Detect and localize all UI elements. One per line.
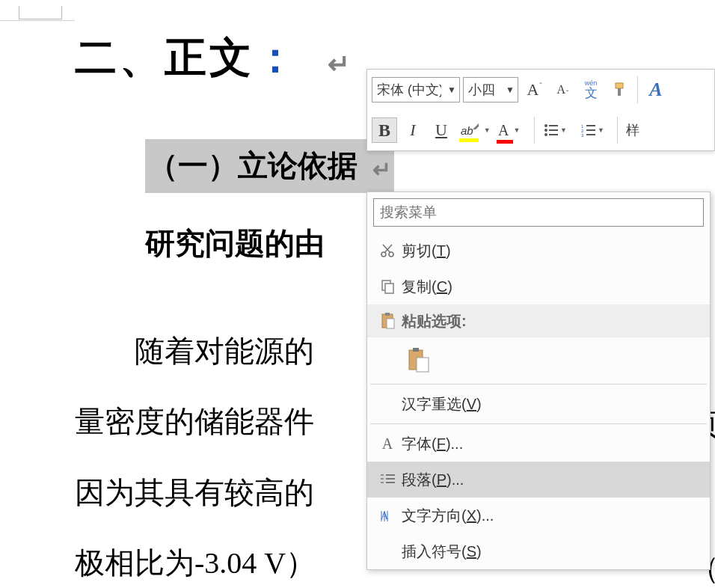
menu-label: 粘贴选项: <box>402 311 467 331</box>
svg-rect-24 <box>386 474 395 476</box>
pilcrow-icon: ↵ <box>372 153 391 186</box>
phonetic-bottom: 文 <box>585 87 598 99</box>
styles-dropdown-fragment[interactable]: A <box>643 77 669 102</box>
menu-item-copy[interactable]: 复制(C) <box>367 269 710 304</box>
svg-rect-19 <box>385 313 390 316</box>
underline-glyph: U <box>435 120 447 140</box>
body-line: 量密度的储能器件 <box>75 405 314 438</box>
body-line: 因为其具有较高的 <box>75 476 314 509</box>
bold-glyph: B <box>378 120 390 141</box>
menu-label: 汉字重选(V) <box>402 394 704 414</box>
svg-rect-22 <box>413 348 419 352</box>
menu-item-insert-symbol[interactable]: 插入符号(S) <box>367 533 710 569</box>
pen-tip-icon <box>473 123 479 129</box>
svg-rect-26 <box>386 482 395 483</box>
svg-rect-1 <box>618 88 621 96</box>
svg-rect-5 <box>549 129 558 131</box>
chevron-down-icon[interactable]: ▼ <box>484 126 491 134</box>
chevron-down-icon[interactable]: ▼ <box>560 126 567 134</box>
chevron-down-icon[interactable]: ▼ <box>598 126 604 134</box>
menu-label: 文字方向(X)... <box>402 506 704 526</box>
menu-label: 字体(F)... <box>402 434 704 454</box>
chevron-down-icon[interactable]: ▼ <box>503 85 518 95</box>
svg-rect-23 <box>417 358 429 372</box>
menu-item-paragraph[interactable]: 段落(P)... <box>367 462 710 497</box>
copy-icon <box>373 278 402 295</box>
font-name-combo[interactable]: ▼ <box>372 77 460 102</box>
paste-keep-source-button[interactable] <box>402 342 435 378</box>
numbering-button[interactable]: 1 2 3 ▼ <box>577 117 612 143</box>
grow-font-button[interactable]: A ˆ <box>521 77 547 102</box>
svg-rect-7 <box>549 134 558 135</box>
svg-rect-25 <box>386 478 395 480</box>
bold-button[interactable]: B <box>372 117 397 143</box>
heading-text: 二、正文 <box>75 34 254 81</box>
font-a-icon: A <box>373 435 402 453</box>
paintbrush-icon <box>611 82 627 98</box>
svg-rect-13 <box>586 134 595 135</box>
divider <box>534 117 535 144</box>
menu-item-reconvert[interactable]: 汉字重选(V) <box>367 386 710 422</box>
clipboard-paste-icon <box>407 347 429 373</box>
menu-item-cut[interactable]: 剪切(T) <box>367 233 710 269</box>
ruler-indent-marker[interactable] <box>19 6 62 19</box>
menu-item-font[interactable]: A 字体(F)... <box>367 426 710 462</box>
paragraph-icon <box>373 472 402 487</box>
mini-toolbar: ▼ ▼ A ˆ A ˇ wén 文 A B <box>366 69 715 151</box>
highlight-button[interactable]: ab ▼ <box>457 117 491 143</box>
caret-up-icon: ˆ <box>539 82 541 90</box>
divider <box>617 117 618 144</box>
subheading-text: （一）立论依据 <box>148 149 358 183</box>
heading-colon: ： <box>254 34 299 81</box>
svg-point-4 <box>544 129 547 132</box>
italic-glyph: I <box>410 120 415 140</box>
divider <box>637 76 638 103</box>
pilcrow-icon: ↵ <box>328 49 353 80</box>
subheading-selected[interactable]: （一）立论依据↵ <box>145 139 394 193</box>
svg-text:3: 3 <box>581 133 584 137</box>
svg-rect-9 <box>586 125 595 126</box>
menu-item-text-direction[interactable]: A 文字方向(X)... <box>367 497 710 533</box>
menu-label: 插入符号(S) <box>402 542 704 562</box>
italic-button[interactable]: I <box>400 117 426 143</box>
menu-search-input[interactable] <box>374 199 703 226</box>
body-line: 极相比为-3.04 V） <box>75 546 316 580</box>
font-color-button[interactable]: A ▼ <box>494 117 529 143</box>
svg-point-2 <box>544 124 547 127</box>
svg-point-6 <box>544 133 547 136</box>
svg-rect-0 <box>616 83 623 88</box>
context-menu: 剪切(T) 复制(C) 粘贴选项: 汉字重选(V) A 字体(F)... <box>366 192 711 570</box>
menu-search-box[interactable] <box>373 198 704 227</box>
font-name-field[interactable] <box>372 82 444 98</box>
svg-rect-11 <box>586 129 595 131</box>
scissors-icon <box>373 242 402 259</box>
menu-label: 剪切(T) <box>402 241 704 261</box>
text-direction-icon: A <box>373 507 402 524</box>
clipboard-icon <box>373 312 402 330</box>
shrink-font-glyph: A <box>557 83 566 97</box>
underline-button[interactable]: U <box>429 117 454 143</box>
font-size-combo[interactable]: ▼ <box>463 77 518 102</box>
menu-label: 复制(C) <box>402 277 704 297</box>
divider <box>370 423 707 424</box>
svg-rect-20 <box>387 319 394 328</box>
svg-rect-17 <box>385 284 393 293</box>
divider <box>370 384 707 385</box>
caret-down-icon: ˇ <box>566 89 568 97</box>
format-painter-button[interactable] <box>607 77 632 102</box>
menu-paste-options-header: 粘贴选项: <box>367 304 710 337</box>
styles-label-fragment[interactable]: 样 <box>623 121 642 139</box>
chevron-down-icon[interactable]: ▼ <box>513 126 520 134</box>
bullets-button[interactable]: ▼ <box>540 117 574 143</box>
shrink-font-button[interactable]: A ˇ <box>550 77 575 102</box>
svg-rect-3 <box>549 125 558 126</box>
font-size-field[interactable] <box>464 82 503 98</box>
phonetic-guide-button[interactable]: wén 文 <box>578 77 604 102</box>
grow-font-glyph: A <box>527 80 538 99</box>
paste-options-row <box>367 337 710 382</box>
ruler-fragment <box>0 0 75 21</box>
chevron-down-icon[interactable]: ▼ <box>444 85 459 95</box>
bullet-list-icon <box>544 123 559 137</box>
menu-label: 段落(P)... <box>402 470 704 490</box>
number-list-icon: 1 2 3 <box>581 123 596 137</box>
